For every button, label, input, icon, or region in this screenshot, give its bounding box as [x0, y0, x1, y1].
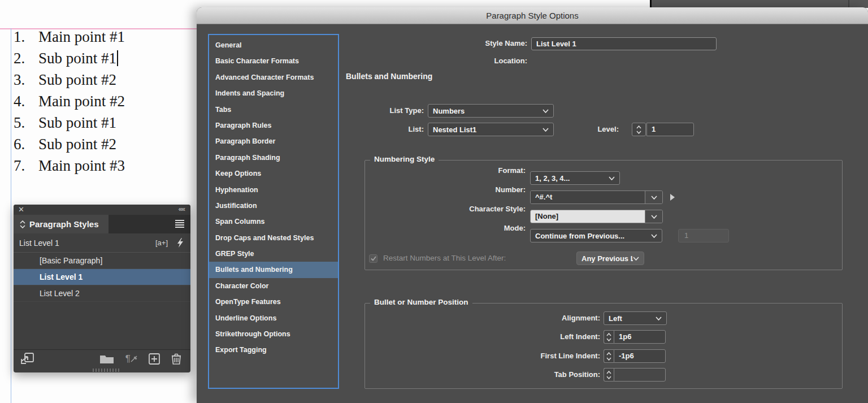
sidebar-item-justification[interactable]: Justification	[209, 198, 338, 214]
restart-level-dropdown[interactable]: Any Previous Level	[576, 252, 644, 265]
restart-level-value: Any Previous Level	[577, 254, 633, 263]
location-label: Location:	[403, 55, 527, 67]
list-line: 7.Main point #3	[14, 155, 189, 176]
first-line-indent-stepper[interactable]	[604, 349, 614, 363]
first-line-indent-label: First Line Indent:	[476, 350, 600, 362]
tab-label: Paragraph Styles	[29, 219, 99, 229]
close-icon[interactable]: ✕	[18, 205, 24, 214]
character-style-label: Character Style:	[401, 203, 526, 215]
list-line: 3.Sub point #2	[14, 69, 189, 90]
clear-overrides-icon[interactable]: ¶	[125, 353, 137, 365]
tab-paragraph-styles[interactable]: Paragraph Styles	[14, 215, 108, 233]
number-combo[interactable]: ^#.^t	[530, 190, 663, 204]
document-text-frame: 1.Main point #1 2.Sub point #1 3.Sub poi…	[14, 26, 189, 176]
chevron-down-icon	[636, 131, 641, 134]
sidebar-item-paragraph-border[interactable]: Paragraph Border	[209, 133, 338, 149]
list-number: 4.	[14, 90, 38, 112]
list-line: 1.Main point #1	[14, 26, 189, 47]
chevron-up-icon	[636, 125, 641, 129]
sidebar-item-advanced-character-formats[interactable]: Advanced Character Formats	[209, 70, 338, 85]
panel-menu-icon[interactable]	[175, 219, 185, 228]
left-indent-label: Left Indent:	[476, 331, 600, 343]
list-line: 2.Sub point #1	[14, 47, 189, 69]
style-item-list-level-1[interactable]: List Level 1	[14, 269, 190, 285]
number-flyout-triangle-icon[interactable]	[670, 194, 675, 201]
list-text: Sub point #1	[38, 50, 116, 67]
chevron-down-icon	[542, 109, 549, 113]
sidebar-item-hyphenation[interactable]: Hyphenation	[209, 182, 338, 198]
sidebar-item-keep-options[interactable]: Keep Options	[209, 166, 338, 181]
alignment-label: Alignment:	[476, 313, 600, 324]
list-text: Sub point #1	[38, 114, 116, 131]
screen: 1.Main point #1 2.Sub point #1 3.Sub poi…	[0, 0, 868, 403]
first-line-indent-input[interactable]: -1p6	[614, 349, 666, 363]
sidebar-item-character-color[interactable]: Character Color	[209, 278, 338, 294]
character-style-dropdown-button[interactable]	[645, 210, 662, 223]
strike-x-icon	[131, 356, 137, 362]
style-name-input[interactable]	[531, 37, 717, 50]
number-value[interactable]: ^#.^t	[531, 191, 645, 203]
background-app-panel-strip	[650, 0, 868, 8]
sidebar-item-underline-options[interactable]: Underline Options	[209, 310, 338, 326]
sidebar-item-drop-caps-and-nested-styles[interactable]: Drop Caps and Nested Styles	[209, 230, 338, 246]
vertical-margin-guide	[11, 28, 11, 403]
level-stepper[interactable]	[632, 123, 646, 136]
chevron-down-icon	[633, 257, 639, 261]
list-text: Main point #3	[38, 157, 125, 174]
sidebar-item-export-tagging[interactable]: Export Tagging	[209, 342, 338, 358]
left-indent-stepper[interactable]	[604, 330, 614, 344]
list-label: List:	[300, 124, 424, 135]
sidebar-item-general[interactable]: General	[209, 37, 338, 53]
chevron-up-icon	[606, 333, 611, 336]
sidebar-item-basic-character-formats[interactable]: Basic Character Formats	[209, 53, 338, 69]
mode-dropdown[interactable]: Continue from Previous...	[530, 229, 662, 242]
dialog-sidebar: General Basic Character Formats Advanced…	[208, 34, 339, 389]
load-styles-icon[interactable]	[21, 352, 34, 365]
number-dropdown-button[interactable]	[645, 191, 662, 203]
sidebar-item-span-columns[interactable]: Span Columns	[209, 214, 338, 229]
style-item-basic-paragraph[interactable]: [Basic Paragraph]	[14, 253, 190, 269]
chevron-down-icon	[651, 234, 657, 238]
tab-position-label: Tab Position:	[476, 369, 600, 380]
lightning-icon	[177, 238, 184, 248]
sidebar-item-bullets-and-numbering[interactable]: Bullets and Numbering	[209, 262, 338, 278]
list-type-value: Numbers	[428, 107, 542, 115]
tab-position-stepper[interactable]	[604, 368, 614, 382]
chevron-up-icon	[606, 371, 611, 374]
sidebar-item-strikethrough-options[interactable]: Strikethrough Options	[209, 326, 338, 342]
checkmark-icon	[371, 256, 376, 261]
collapse-panel-icon[interactable]: ««	[179, 205, 185, 213]
chevron-down-icon	[606, 338, 611, 341]
delete-style-trash-icon[interactable]	[171, 353, 181, 365]
style-override-badge: [a+]	[155, 239, 168, 247]
panel-cycle-icon	[20, 220, 25, 228]
level-input[interactable]: 1	[646, 123, 694, 136]
character-style-combo[interactable]: [None]	[530, 210, 663, 223]
restart-numbers-label: Restart Numbers at This Level After:	[383, 253, 609, 264]
dialog-titlebar: Paragraph Style Options	[197, 7, 868, 24]
left-indent-input[interactable]: 1p6	[614, 330, 666, 344]
sidebar-item-opentype-features[interactable]: OpenType Features	[209, 294, 338, 310]
tab-position-input[interactable]	[614, 368, 666, 382]
numbering-style-legend: Numbering Style	[370, 155, 439, 163]
sidebar-item-paragraph-shading[interactable]: Paragraph Shading	[209, 150, 338, 166]
sidebar-item-grep-style[interactable]: GREP Style	[209, 246, 338, 262]
paragraph-style-options-dialog: Paragraph Style Options General Basic Ch…	[197, 7, 868, 403]
panel-strip-divider	[848, 0, 849, 8]
list-type-dropdown[interactable]: Numbers	[428, 104, 554, 118]
character-style-value[interactable]: [None]	[531, 210, 645, 223]
list-text: Main point #1	[38, 28, 125, 45]
list-number: 2.	[14, 47, 38, 69]
panel-resize-grip[interactable]	[93, 369, 120, 372]
sidebar-item-indents-and-spacing[interactable]: Indents and Spacing	[209, 85, 338, 101]
new-style-group-folder-icon[interactable]	[99, 354, 114, 364]
format-label: Format:	[401, 165, 526, 176]
restart-numbers-checkbox[interactable]	[369, 254, 377, 263]
create-new-style-icon[interactable]	[149, 353, 160, 365]
style-item-list-level-2[interactable]: List Level 2	[14, 285, 190, 302]
chevron-down-icon	[651, 196, 657, 200]
format-dropdown[interactable]: 1, 2, 3, 4...	[530, 171, 620, 185]
alignment-dropdown[interactable]: Left	[604, 311, 667, 325]
list-text: Main point #2	[38, 93, 125, 110]
list-number: 5.	[14, 112, 38, 133]
